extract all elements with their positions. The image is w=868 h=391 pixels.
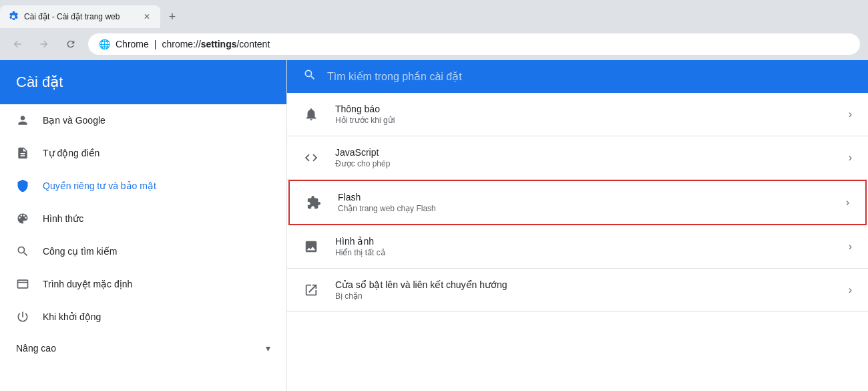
arrow-icon-javascript: › bbox=[849, 152, 852, 164]
content-item-sub-hinh-anh: Hiển thị tất cả bbox=[335, 248, 833, 257]
palette-icon bbox=[16, 212, 29, 225]
content-item-sub-javascript: Được cho phép bbox=[335, 159, 833, 168]
content-item-title-javascript: JavaScript bbox=[335, 147, 833, 158]
content-item-text-flash: Flash Chặn trang web chạy Flash bbox=[338, 192, 830, 213]
sidebar-item-trinh-duyet[interactable]: Trình duyệt mặc định bbox=[0, 268, 286, 301]
sidebar-footer-arrow-icon: ▾ bbox=[266, 343, 270, 354]
browser-chrome: Cài đặt - Cài đặt trang web ✕ + 🌐 Chrome… bbox=[0, 0, 868, 60]
back-button[interactable] bbox=[8, 35, 27, 53]
sidebar-label-trinh-duyet: Trình duyệt mặc định bbox=[43, 279, 132, 289]
content-item-title-flash: Flash bbox=[338, 192, 830, 203]
sidebar-item-khi-khoi-dong[interactable]: Khi khởi động bbox=[0, 301, 286, 334]
content-item-text-cua-so-bat-len: Cửa sổ bật lên và liên kết chuyển hướng … bbox=[335, 279, 833, 301]
content-item-sub-flash: Chặn trang web chạy Flash bbox=[338, 204, 830, 213]
sidebar-label-khi-khoi-dong: Khi khởi động bbox=[43, 311, 101, 322]
content-item-text-javascript: JavaScript Được cho phép bbox=[335, 147, 833, 168]
content-item-cua-so-bat-len[interactable]: Cửa sổ bật lên và liên kết chuyển hướng … bbox=[287, 269, 868, 312]
bell-icon bbox=[303, 106, 319, 122]
arrow-icon-flash: › bbox=[846, 197, 849, 209]
sidebar-item-quyen-rieng-tu[interactable]: Quyền riêng tư và bảo mật bbox=[0, 170, 286, 203]
address-input[interactable]: 🌐 Chrome | chrome://settings/content bbox=[88, 33, 860, 55]
address-bar: 🌐 Chrome | chrome://settings/content bbox=[0, 28, 868, 60]
content-item-title-thong-bao: Thông báo bbox=[335, 104, 833, 114]
sidebar-item-cong-cu-tim-kiem[interactable]: Công cụ tìm kiếm bbox=[0, 235, 286, 268]
sidebar-label-ban-va-google: Bạn và Google bbox=[43, 115, 105, 126]
browser-icon bbox=[16, 277, 29, 291]
sidebar-label-cong-cu-tim-kiem: Công cụ tìm kiếm bbox=[43, 246, 117, 257]
tab-title: Cài đặt - Cài đặt trang web bbox=[24, 12, 136, 21]
address-globe-icon: 🌐 bbox=[99, 39, 110, 49]
description-icon bbox=[16, 146, 29, 160]
arrow-icon-cua-so-bat-len: › bbox=[849, 284, 852, 296]
sidebar-footer-nang-cao[interactable]: Nâng cao ▾ bbox=[0, 334, 286, 363]
address-brand: Chrome bbox=[116, 39, 149, 49]
content-item-sub-cua-so-bat-len: Bị chặn bbox=[335, 291, 833, 301]
search-icon bbox=[16, 245, 29, 258]
address-separator: | bbox=[154, 39, 157, 49]
active-tab[interactable]: Cài đặt - Cài đặt trang web ✕ bbox=[0, 5, 160, 28]
arrow-icon-hinh-anh: › bbox=[849, 241, 852, 253]
tab-favicon bbox=[8, 11, 19, 22]
address-url: chrome://settings/content bbox=[162, 39, 270, 49]
content-item-javascript[interactable]: JavaScript Được cho phép › bbox=[287, 136, 868, 180]
sidebar-label-hinh-thuc: Hình thức bbox=[43, 213, 83, 224]
sidebar-item-hinh-thuc[interactable]: Hình thức bbox=[0, 203, 286, 235]
popup-icon bbox=[303, 282, 319, 298]
sidebar-label-quyen-rieng-tu: Quyền riêng tư và bảo mật bbox=[43, 180, 156, 191]
content-item-text-thong-bao: Thông báo Hỏi trước khi gửi bbox=[335, 104, 833, 125]
content-item-title-hinh-anh: Hình ảnh bbox=[335, 236, 833, 247]
sidebar-footer-label: Nâng cao bbox=[16, 343, 56, 354]
reload-button[interactable] bbox=[61, 35, 80, 53]
content-item-title-cua-so-bat-len: Cửa sổ bật lên và liên kết chuyển hướng bbox=[335, 279, 833, 290]
tab-bar: Cài đặt - Cài đặt trang web ✕ + bbox=[0, 0, 868, 28]
forward-button[interactable] bbox=[35, 35, 53, 53]
search-bar[interactable] bbox=[287, 60, 868, 93]
shield-icon bbox=[16, 179, 29, 192]
power-icon bbox=[16, 310, 29, 323]
content-item-hinh-anh[interactable]: Hình ảnh Hiển thị tất cả › bbox=[287, 225, 868, 269]
person-icon bbox=[16, 114, 29, 127]
new-tab-button[interactable]: + bbox=[163, 7, 182, 26]
sidebar-label-tu-dong-dien: Tự động điền bbox=[43, 148, 99, 158]
arrow-icon-thong-bao: › bbox=[849, 108, 852, 120]
content-item-text-hinh-anh: Hình ảnh Hiển thị tất cả bbox=[335, 236, 833, 257]
content-item-flash[interactable]: Flash Chặn trang web chạy Flash › bbox=[288, 180, 867, 225]
content-area: Thông báo Hỏi trước khi gửi › JavaScript… bbox=[287, 60, 868, 391]
code-icon bbox=[303, 150, 319, 166]
tab-close-button[interactable]: ✕ bbox=[142, 11, 152, 22]
main-layout: Cài đặt Bạn và Google Tự động điền Quyền… bbox=[0, 60, 868, 391]
sidebar-header: Cài đặt bbox=[0, 60, 286, 104]
search-bar-icon bbox=[303, 68, 316, 85]
search-input[interactable] bbox=[327, 71, 852, 83]
puzzle-icon bbox=[306, 194, 322, 211]
sidebar: Cài đặt Bạn và Google Tự động điền Quyền… bbox=[0, 60, 287, 391]
content-item-thong-bao[interactable]: Thông báo Hỏi trước khi gửi › bbox=[287, 93, 868, 136]
sidebar-title: Cài đặt bbox=[16, 74, 63, 90]
image-icon bbox=[303, 239, 319, 255]
sidebar-item-ban-va-google[interactable]: Bạn và Google bbox=[0, 104, 286, 137]
sidebar-item-tu-dong-dien[interactable]: Tự động điền bbox=[0, 137, 286, 170]
content-item-sub-thong-bao: Hỏi trước khi gửi bbox=[335, 116, 833, 125]
